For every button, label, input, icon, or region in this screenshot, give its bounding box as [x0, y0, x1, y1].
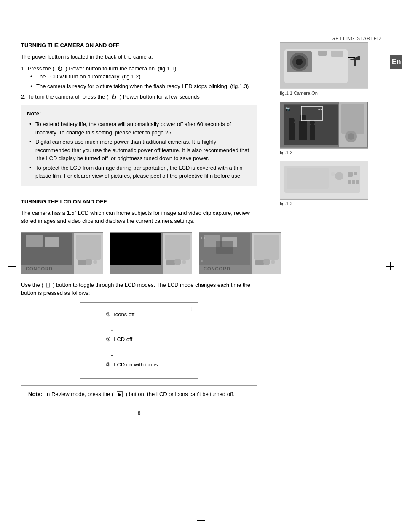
svg-point-53	[348, 133, 354, 140]
content-area: TURNING THE CAMERA ON AND OFF The power …	[21, 42, 381, 416]
svg-rect-10	[110, 233, 161, 265]
fig-1-3-label: fig.1.3	[280, 201, 381, 206]
svg-rect-23	[255, 260, 264, 265]
svg-text:📷: 📷	[285, 106, 291, 112]
flow-item-3: ③ LCD on with icons	[106, 361, 189, 369]
step1-subitems: The LCD will turn on automatically. (fig…	[36, 72, 257, 90]
svg-point-14	[174, 259, 181, 265]
note-bullet-3: To protect the LCD from damage during tr…	[35, 164, 251, 180]
lcd-label-2: CONCORD	[115, 266, 142, 271]
toggle-text: Use the ( ⎕ ) button to toggle through t…	[21, 281, 257, 297]
figure-1-2-container: 📷 ••• fig.1.2	[280, 102, 381, 155]
svg-rect-2	[26, 235, 43, 247]
step-2: 2. To turn the camera off press the ( ⏻ …	[28, 93, 257, 101]
svg-rect-22	[254, 235, 279, 260]
step1-sub2: The camera is ready for picture taking w…	[36, 82, 257, 91]
svg-rect-35	[318, 51, 327, 56]
lcd-label-1: CONCORD	[26, 266, 53, 271]
flow-text-1: Icons off	[114, 311, 134, 318]
flow-arrow-1: ↓	[110, 322, 189, 334]
svg-point-24	[263, 259, 270, 265]
crosshair-bottom	[197, 516, 205, 524]
flow-item-1: ① Icons off	[106, 310, 189, 319]
header-line	[263, 34, 381, 34]
left-column: TURNING THE CAMERA ON AND OFF The power …	[21, 42, 257, 416]
figure-1-1-container: fig.1.1 Camera On	[280, 42, 381, 96]
lcd-images-row: CONCORD CON	[21, 232, 257, 274]
svg-point-15	[182, 260, 186, 264]
flow-diagram-container: ↓ ① Icons off ↓ ② LCD off ↓ ③ LCD on wit…	[76, 302, 202, 379]
section-header: GETTING STARTED	[263, 34, 381, 41]
figure-1-1	[280, 42, 368, 89]
svg-rect-62	[356, 180, 359, 184]
corner-mark-bl	[8, 516, 16, 524]
crosshair-right	[386, 262, 394, 270]
right-column: fig.1.1 Camera On	[280, 42, 381, 212]
section2-title: TURNING THE LCD ON AND OFF	[21, 198, 257, 205]
svg-point-7	[86, 259, 92, 265]
svg-rect-56	[287, 168, 329, 189]
language-tab: En	[390, 55, 402, 69]
flow-return-arrow: ↓	[190, 305, 193, 313]
flow-text-2: LCD off	[114, 336, 132, 342]
note-box: Note: To extend battery life, the camera…	[21, 105, 257, 186]
svg-rect-60	[348, 180, 351, 184]
svg-rect-41	[289, 123, 295, 140]
figure-1-3-container: fig.1.3	[280, 161, 381, 206]
lcd-image-2: CONCORD	[110, 232, 192, 274]
bottom-note-label: Note:	[28, 391, 42, 397]
svg-text:•••: •••	[318, 107, 322, 111]
svg-rect-59	[354, 172, 357, 175]
svg-rect-12	[165, 235, 190, 260]
bottom-note: Note: In Review mode, press the ( ▶ ) bu…	[21, 385, 257, 403]
lcd-image-1: CONCORD	[21, 232, 103, 274]
svg-rect-34	[331, 51, 343, 57]
note-bullets: To extend battery life, the camera will …	[35, 120, 251, 180]
fig-1-2-label: fig.1.2	[280, 150, 381, 155]
flow-num-2: ②	[106, 336, 111, 342]
camera-fig2-img: 📷 •••	[280, 102, 368, 148]
svg-rect-58	[348, 172, 353, 177]
svg-rect-6	[78, 260, 86, 265]
lcd-image-2-container: CONCORD	[110, 232, 192, 274]
page-number: 8	[21, 410, 257, 416]
note-title: Note:	[27, 110, 251, 118]
step-1: 1. Press the ( ⏻ ) Power button to turn …	[28, 64, 257, 91]
lcd-image-3: ⛶ ▫ CONCORD	[199, 232, 281, 274]
crosshair-left	[8, 262, 16, 270]
svg-rect-42	[299, 121, 307, 140]
corner-mark-tr	[386, 8, 394, 16]
section1-intro: The power button is located in the back …	[21, 53, 257, 61]
figure-1-3	[280, 161, 368, 200]
svg-text:⛶: ⛶	[201, 236, 205, 240]
note-bullet-2: Digital cameras use much more power than…	[35, 138, 251, 163]
camera-fig3-svg	[280, 161, 368, 198]
svg-point-33	[296, 59, 303, 65]
svg-point-45	[300, 115, 306, 121]
camera-fig1-img	[280, 43, 368, 89]
figure-1-2: 📷 •••	[280, 102, 368, 149]
svg-rect-51	[341, 104, 364, 134]
svg-point-8	[93, 260, 97, 264]
svg-rect-43	[310, 125, 315, 140]
crosshair-top	[197, 8, 205, 16]
corner-mark-tl	[8, 8, 16, 16]
svg-rect-20	[216, 241, 233, 254]
section-label: GETTING STARTED	[332, 36, 381, 41]
svg-rect-5	[76, 235, 101, 260]
section1-title: TURNING THE CAMERA ON AND OFF	[21, 42, 257, 48]
lcd-image-3-container: ⛶ ▫ CONCORD	[199, 232, 281, 274]
fig-1-1-label: fig.1.1 Camera On	[280, 91, 381, 96]
svg-text:▫: ▫	[201, 259, 203, 263]
flow-num-1: ①	[106, 311, 111, 318]
flow-arrow-2: ↓	[110, 348, 189, 360]
steps-list: 1. Press the ( ⏻ ) Power button to turn …	[28, 64, 257, 101]
camera-fig3-img	[280, 161, 368, 199]
flow-num-3: ③	[106, 361, 111, 368]
svg-rect-3	[45, 237, 59, 247]
svg-rect-13	[166, 260, 175, 265]
flow-item-2: ② LCD off	[106, 335, 189, 344]
lcd-image-1-container: CONCORD	[21, 232, 103, 274]
svg-point-63	[331, 172, 335, 176]
camera-fig1-svg	[280, 43, 368, 88]
